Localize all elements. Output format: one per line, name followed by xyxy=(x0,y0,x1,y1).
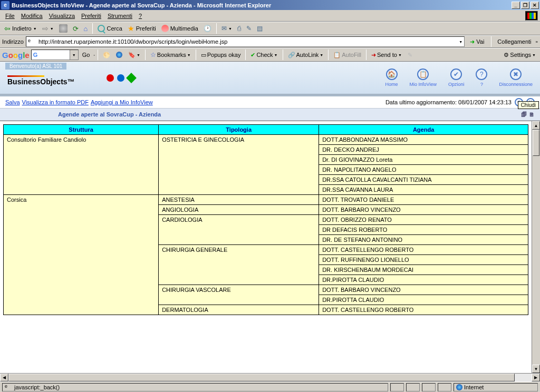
toolbar-separator xyxy=(92,23,93,34)
scroll-right-button[interactable]: ▶ xyxy=(532,374,540,381)
google-send-button[interactable]: ➜ Send to▼ xyxy=(369,51,404,60)
stop-button[interactable] xyxy=(57,23,70,34)
stop-icon xyxy=(59,24,68,33)
nav-disconnect[interactable]: ✖Disconnessione xyxy=(499,68,533,87)
link-pdf[interactable]: Visualizza in formato PDF xyxy=(22,99,89,105)
ie-logo xyxy=(525,11,538,21)
link-add-infoview[interactable]: Aggiungi a Mio InfoView xyxy=(91,99,153,105)
google-popups-button[interactable]: ▭ Popups okay xyxy=(199,51,243,60)
google-rss-button[interactable]: 🔖▼ xyxy=(126,51,142,60)
toolbar-separator xyxy=(216,23,217,34)
decorative-shapes xyxy=(107,74,135,82)
media-icon xyxy=(161,25,169,32)
table-cell: Dr. DI GIOVINAZZO Loreta xyxy=(319,155,528,165)
google-settings-button[interactable]: ⚙ Settings▼ xyxy=(502,51,538,60)
google-highlight-button[interactable]: ✎ xyxy=(406,51,414,60)
nav-home[interactable]: 🏠Home xyxy=(385,68,398,87)
nav-opzioni[interactable]: ✔Opzioni xyxy=(448,68,465,87)
edit-button[interactable]: ✎ xyxy=(244,24,254,33)
back-button[interactable]: ⇦Indietro ▼ xyxy=(2,23,39,34)
google-logo[interactable]: Google xyxy=(2,51,30,60)
table-cell: Consultorio Familiare Candiolo xyxy=(4,135,159,195)
report-title: Agende aperte al SovraCup - Azienda xyxy=(58,111,161,117)
report-scroll-area[interactable]: StrutturaTipologiaAgenda Consultorio Fam… xyxy=(0,121,532,373)
google-autolink-button[interactable]: 🔗 AutoLink ▼ xyxy=(286,51,326,60)
google-check-button[interactable]: ✔ Check ▼ xyxy=(248,51,279,60)
google-search-select[interactable]: G▼ xyxy=(31,50,79,60)
history-icon: 🕑 xyxy=(204,25,211,32)
page-setup-icon[interactable]: 🗎 xyxy=(529,111,535,117)
toolbar-separator xyxy=(491,36,491,47)
google-news-button[interactable]: 🌕 xyxy=(101,51,112,60)
links-label[interactable]: Collegamenti xyxy=(495,38,533,45)
address-label: Indirizzo xyxy=(2,38,24,45)
table-cell: DR. DE STEFANO ANTONINO xyxy=(319,235,528,245)
menu-preferiti[interactable]: Preferiti xyxy=(78,12,104,20)
home-icon: ⌂ xyxy=(84,25,88,33)
menu-visualizza[interactable]: Visualizza xyxy=(46,12,78,20)
table-row: Consultorio Familiare CandioloOSTETRICIA… xyxy=(4,135,528,145)
forward-button[interactable]: ⇨ ▼ xyxy=(40,23,56,34)
restore-button[interactable]: ❐ xyxy=(521,2,529,9)
mail-button[interactable]: ✉▼ xyxy=(219,24,234,33)
scroll-left-button[interactable]: ◀ xyxy=(0,374,8,381)
table-cell: CHIRURGIA VASCOLARE xyxy=(159,285,319,305)
close-button[interactable]: ✕ xyxy=(531,2,539,9)
menu-help[interactable]: ? xyxy=(136,12,145,20)
discuss-icon: ▤ xyxy=(257,25,263,32)
hscroll-thumb[interactable] xyxy=(8,374,515,381)
table-cell: DR.SSA CAVANNA LAURA xyxy=(319,185,528,195)
column-header: Agenda xyxy=(319,125,528,135)
home-button[interactable]: ⌂ xyxy=(82,24,90,34)
google-go-button[interactable]: Go xyxy=(80,51,92,59)
refresh-icon: ⟳ xyxy=(73,25,79,33)
table-cell: DR.PIROTTA CLAUDIO xyxy=(319,275,528,285)
google-autofill-button[interactable]: 📋 AutoFill xyxy=(331,51,363,60)
table-cell: DOTT.ABBONDANZA MASSIMO xyxy=(319,135,528,145)
address-bar: Indirizzo e ▼ ➜Vai Collegamenti» xyxy=(0,35,540,48)
last-update-label: Data ultimo aggiornamento: 08/01/2007 14… xyxy=(385,99,512,105)
report-table: StrutturaTipologiaAgenda Consultorio Fam… xyxy=(3,124,528,315)
go-button[interactable]: ➜Vai xyxy=(467,37,487,46)
table-cell: CARDIOLOGIA xyxy=(159,215,319,245)
search-button[interactable]: Cerca xyxy=(95,24,124,33)
address-field-wrap: e ▼ xyxy=(26,36,465,47)
menu-modifica[interactable]: Modifica xyxy=(18,12,46,20)
bookmark-star-icon: ☆ xyxy=(150,51,156,58)
address-dropdown[interactable]: ▼ xyxy=(459,40,462,44)
ie-icon: e xyxy=(1,1,9,9)
security-zone: Internet xyxy=(454,383,538,391)
export-icon[interactable]: 🗐 xyxy=(521,111,527,117)
column-header: Struttura xyxy=(4,125,159,135)
vertical-scrollbar[interactable]: ▲ ▼ xyxy=(532,121,540,373)
window-title: BusinessObjects InfoView - Agende aperte… xyxy=(12,2,512,8)
address-input[interactable] xyxy=(37,38,457,45)
menu-file[interactable]: File xyxy=(2,12,18,20)
horizontal-scrollbar[interactable]: ◀ ▶ xyxy=(0,373,540,381)
table-cell: DR. DECKO ANDREJ xyxy=(319,145,528,155)
nav-mio-infoview[interactable]: 📋Mio InfoView xyxy=(410,68,437,87)
google-bookmarks-button[interactable]: ☆Bookmarks▼ xyxy=(148,50,193,60)
status-pane xyxy=(406,383,420,391)
refresh-button[interactable]: ⟳ xyxy=(71,24,81,34)
minimize-button[interactable]: _ xyxy=(512,2,520,9)
discuss-button[interactable]: ▤ xyxy=(255,24,265,33)
scroll-up-button[interactable]: ▲ xyxy=(532,121,540,130)
history-button[interactable]: 🕑 xyxy=(201,24,214,33)
menu-bar: File Modifica Visualizza Preferiti Strum… xyxy=(0,10,540,22)
scroll-thumb[interactable] xyxy=(533,130,539,156)
window-title-bar: e BusinessObjects InfoView - Agende aper… xyxy=(0,0,540,10)
action-links-row: Salva Visualizza in formato PDF Aggiungi… xyxy=(0,96,540,108)
welcome-label: Benvenuto(a) ASL 101 xyxy=(5,63,66,70)
print-button[interactable]: ⎙ xyxy=(235,24,243,33)
table-cell: DOTT. BARBARO VINCENZO xyxy=(319,285,528,295)
google-globe-button[interactable] xyxy=(114,51,124,59)
menu-strumenti[interactable]: Strumenti xyxy=(104,12,136,20)
favorites-button[interactable]: ★Preferiti xyxy=(126,23,158,34)
link-salva[interactable]: Salva xyxy=(5,99,20,105)
search-icon xyxy=(98,25,105,32)
nav-help[interactable]: ?? xyxy=(476,68,487,87)
status-pane xyxy=(422,383,436,391)
media-button[interactable]: Multimedia xyxy=(159,24,200,33)
scroll-down-button[interactable]: ▼ xyxy=(532,365,540,373)
